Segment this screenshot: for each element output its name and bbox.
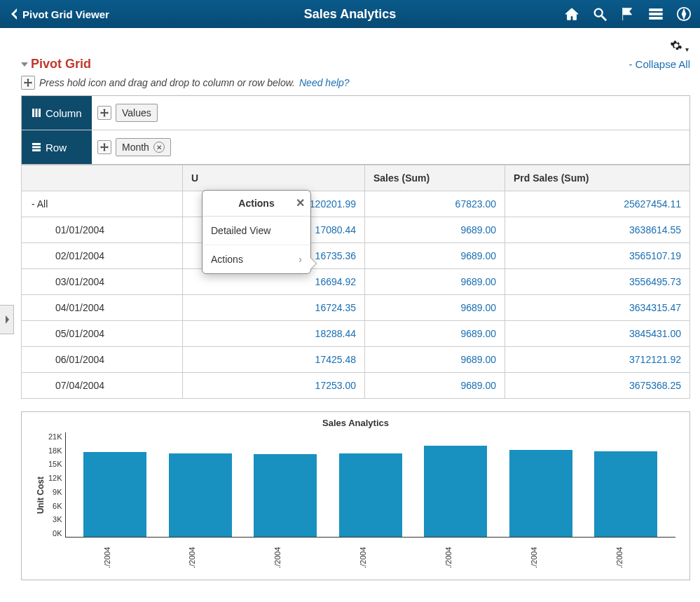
column-axis-label: Column: [22, 96, 92, 130]
hint-text: Press hold icon and drag and drop to col…: [39, 77, 295, 88]
x-tick: ./2004: [82, 559, 145, 580]
chart-plot: [65, 432, 675, 538]
column-axis-text: Column: [46, 107, 82, 119]
cell-sales[interactable]: 9689.00: [365, 295, 505, 321]
cell-prdsales[interactable]: 3565107.19: [505, 243, 690, 269]
help-link[interactable]: Need help?: [299, 77, 350, 88]
row-label[interactable]: 04/01/2004: [22, 295, 183, 321]
home-icon[interactable]: [564, 6, 579, 22]
row-axis-label: Row: [22, 130, 92, 164]
chart-bar[interactable]: [594, 451, 657, 537]
chart-bar[interactable]: [339, 453, 402, 537]
popup-title: Actions ✕: [203, 191, 310, 217]
table-header-row: U Sales (Sum) Prd Sales (Sum): [22, 165, 690, 191]
drag-handle-icon[interactable]: [97, 106, 111, 120]
chart-bar[interactable]: [169, 453, 232, 537]
row-label[interactable]: 06/01/2004: [22, 347, 183, 373]
cell-unitcost[interactable]: 16724.35: [183, 295, 365, 321]
chevron-right-icon: ›: [298, 254, 302, 265]
svg-point-0: [595, 9, 603, 17]
cell-prdsales[interactable]: 3845431.00: [505, 321, 690, 347]
popup-item-label: Actions: [211, 254, 243, 265]
popup-item-actions[interactable]: Actions ›: [203, 245, 310, 273]
table-row: 04/01/2004 16724.35 9689.00 3634315.47: [22, 295, 690, 321]
app-header: Pivot Grid Viewer Sales Analytics: [0, 0, 700, 28]
col-header-empty: [22, 165, 183, 191]
svg-rect-2: [650, 9, 662, 11]
y-tick: 9K: [48, 488, 62, 496]
menu-icon[interactable]: [648, 6, 664, 22]
row-label[interactable]: 07/04/2004: [22, 373, 183, 399]
values-chip[interactable]: Values: [116, 104, 158, 122]
row-label[interactable]: 03/01/2004: [22, 269, 183, 295]
remove-month-icon[interactable]: ✕: [153, 142, 165, 153]
popup-title-text: Actions: [238, 198, 274, 209]
section-title: Pivot Grid: [31, 57, 91, 71]
actions-popup: Actions ✕ Detailed View Actions ›: [202, 190, 311, 274]
cell-unitcost[interactable]: 17253.00: [183, 373, 365, 399]
row-label[interactable]: 05/01/2004: [22, 321, 183, 347]
cell-prdsales[interactable]: 3712121.92: [505, 347, 690, 373]
cell-prdsales[interactable]: 25627454.11: [505, 191, 690, 217]
y-tick: 0K: [48, 529, 62, 538]
row-label[interactable]: 02/01/2004: [22, 243, 183, 269]
collapse-all-link[interactable]: - Collapse All: [629, 58, 690, 70]
cell-sales[interactable]: 9689.00: [365, 373, 505, 399]
cell-unitcost[interactable]: 17425.48: [183, 347, 365, 373]
collapse-toggle-icon[interactable]: [21, 62, 28, 67]
x-tick: ./2004: [167, 559, 231, 580]
x-tick: ./2004: [509, 559, 572, 580]
flag-icon[interactable]: [620, 6, 636, 22]
cell-sales[interactable]: 67823.00: [365, 191, 505, 217]
cell-sales[interactable]: 9689.00: [365, 217, 505, 243]
settings-row: ▾: [0, 28, 700, 57]
header-icons: [564, 6, 694, 22]
back-button[interactable]: Pivot Grid Viewer: [6, 6, 115, 23]
month-chip[interactable]: Month ✕: [116, 138, 171, 156]
x-tick: ./2004: [594, 559, 657, 580]
table-row: 07/04/2004 17253.00 9689.00 3675368.25: [22, 373, 690, 399]
chart-bar[interactable]: [83, 452, 146, 537]
svg-rect-7: [36, 109, 38, 117]
axis-config: Column Values Row Month ✕: [21, 95, 690, 165]
compass-icon[interactable]: [676, 6, 692, 22]
back-label: Pivot Grid Viewer: [22, 8, 109, 20]
cell-sales[interactable]: 9689.00: [365, 269, 505, 295]
pivot-data-table: U Sales (Sum) Prd Sales (Sum) - All 1202…: [21, 165, 690, 399]
x-tick: ./2004: [338, 559, 401, 580]
cell-prdsales[interactable]: 3675368.25: [505, 373, 690, 399]
table-row: 05/01/2004 18288.44 9689.00 3845431.00: [22, 321, 690, 347]
table-row: 01/01/2004 17080.44 9689.00 3638614.55: [22, 217, 690, 243]
cell-sales[interactable]: 9689.00: [365, 243, 505, 269]
svg-rect-6: [32, 109, 34, 117]
y-tick: 6K: [48, 502, 62, 510]
svg-line-1: [602, 16, 606, 20]
row-label[interactable]: - All: [22, 191, 183, 217]
cell-sales[interactable]: 9689.00: [365, 321, 505, 347]
cell-prdsales[interactable]: 3638614.55: [505, 217, 690, 243]
svg-rect-11: [32, 149, 41, 151]
col-header-sales[interactable]: Sales (Sum): [365, 165, 505, 191]
cell-unitcost[interactable]: 18288.44: [183, 321, 365, 347]
table-row: - All 120201.99 67823.00 25627454.11: [22, 191, 690, 217]
chart-bar[interactable]: [424, 446, 487, 537]
cell-prdsales[interactable]: 3556495.73: [505, 269, 690, 295]
table-row: 06/01/2004 17425.48 9689.00 3712121.92: [22, 347, 690, 373]
chart-bar[interactable]: [254, 454, 317, 537]
popup-item-detailed-view[interactable]: Detailed View: [203, 217, 310, 245]
drag-handle-icon[interactable]: [97, 140, 111, 154]
gear-icon[interactable]: ▾: [670, 39, 689, 54]
cell-sales[interactable]: 9689.00: [365, 347, 505, 373]
month-chip-label: Month: [122, 142, 149, 153]
y-tick: 18K: [48, 446, 62, 455]
chart-bar[interactable]: [509, 450, 572, 537]
move-icon: [21, 76, 35, 90]
cell-prdsales[interactable]: 3634315.47: [505, 295, 690, 321]
close-icon[interactable]: ✕: [296, 196, 305, 210]
row-axis-text: Row: [46, 142, 67, 153]
row-label[interactable]: 01/01/2004: [22, 217, 183, 243]
col-header-unitcost[interactable]: U: [183, 165, 365, 191]
y-axis-label: Unit Cost: [36, 477, 46, 514]
col-header-prdsales[interactable]: Prd Sales (Sum): [505, 165, 690, 191]
search-icon[interactable]: [592, 6, 608, 22]
